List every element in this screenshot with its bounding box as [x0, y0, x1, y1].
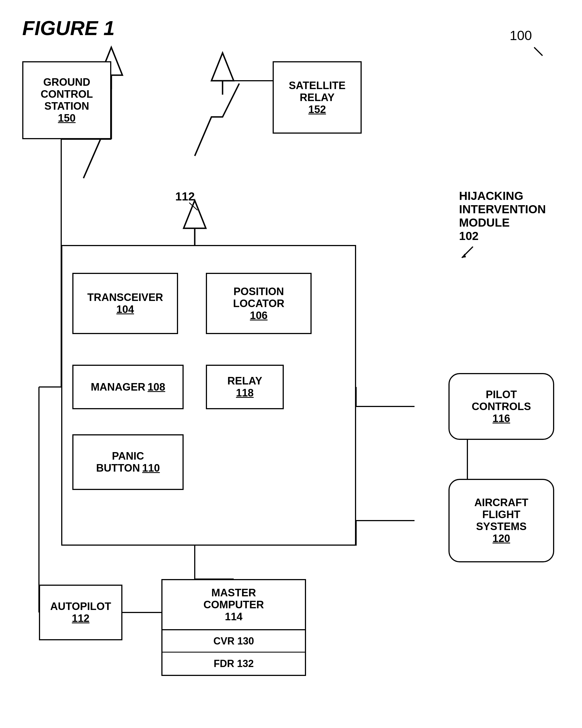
master-computer-label: MASTER COMPUTER 114 [163, 580, 305, 630]
aircraft-flight-systems-box: AIRCRAFT FLIGHT SYSTEMS 120 [448, 479, 554, 562]
svg-line-35 [534, 47, 543, 56]
manager-box: MANAGER 108 [72, 365, 184, 409]
figure-title: FIGURE 1 [22, 17, 115, 40]
gcs-box: GROUND CONTROL STATION 150 [22, 61, 111, 139]
panic-button-box: PANICBUTTON110 [72, 434, 184, 490]
svg-text:112: 112 [175, 190, 195, 203]
pilot-controls-box: PILOT CONTROLS 116 [448, 373, 554, 440]
svg-line-9 [189, 203, 197, 210]
svg-marker-2 [212, 53, 234, 81]
him-label: HIJACKING INTERVENTION MODULE 102 [459, 189, 546, 263]
master-computer-outer: MASTER COMPUTER 114 CVR 130 FDR 132 [161, 579, 306, 676]
ref-100: 100 [510, 28, 532, 43]
position-locator-box: POSITION LOCATOR 106 [206, 273, 312, 334]
cvr-row: CVR 130 [163, 630, 305, 653]
transceiver-box: TRANSCEIVER 104 [72, 273, 178, 334]
fdr-row: FDR 132 [163, 653, 305, 675]
autopilot-box: AUTOPILOT 112 [39, 584, 122, 640]
relay-box: RELAY 118 [206, 365, 284, 409]
svg-marker-4 [184, 201, 206, 228]
satellite-relay-box: SATELLITE RELAY 152 [273, 61, 362, 134]
